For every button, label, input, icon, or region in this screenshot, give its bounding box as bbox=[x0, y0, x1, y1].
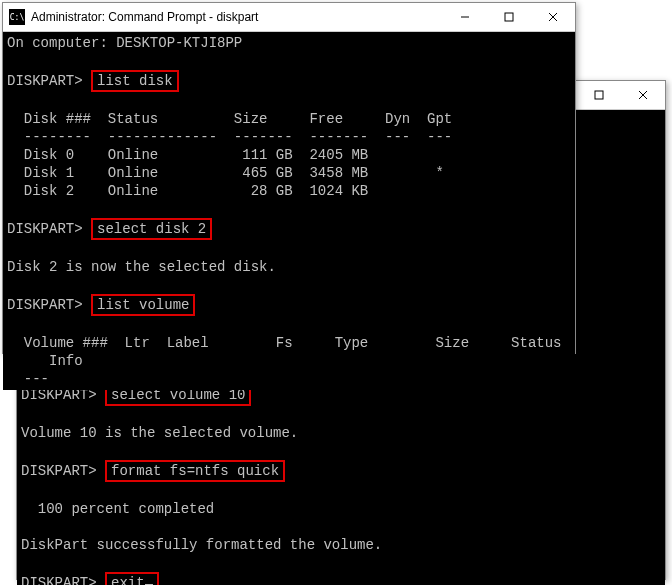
svg-rect-1 bbox=[595, 91, 603, 99]
prompt: DISKPART> bbox=[21, 575, 97, 585]
titlebar-front[interactable]: C:\ Administrator: Command Prompt - disk… bbox=[3, 3, 575, 32]
volume-selected-msg: Volume 10 is the selected volume. bbox=[21, 425, 298, 441]
volume-table-header: Volume ### Ltr Label Fs Type Size Status… bbox=[7, 335, 562, 369]
cmd-window-front: C:\ Administrator: Command Prompt - disk… bbox=[2, 2, 576, 354]
format-success-msg: DiskPart successfully formatted the volu… bbox=[21, 537, 382, 553]
command-exit: exit bbox=[105, 572, 159, 585]
table-row: Disk 0 Online 111 GB 2405 MB bbox=[7, 147, 368, 163]
maximize-button[interactable] bbox=[577, 81, 621, 109]
prompt: DISKPART> bbox=[7, 297, 83, 313]
window-title-front: Administrator: Command Prompt - diskpart bbox=[31, 10, 443, 24]
command-format: format fs=ntfs quick bbox=[105, 460, 285, 482]
prompt: DISKPART> bbox=[7, 221, 83, 237]
table-row: Disk 1 Online 465 GB 3458 MB * bbox=[7, 165, 444, 181]
computer-line: On computer: DESKTOP-KTJI8PP bbox=[7, 35, 242, 51]
format-progress: 100 percent completed bbox=[21, 501, 214, 517]
disk-table-sep: -------- ------------- ------- ------- -… bbox=[7, 129, 452, 145]
volume-table-sep: --- bbox=[7, 371, 49, 387]
cmd-icon: C:\ bbox=[9, 9, 25, 25]
prompt: DISKPART> bbox=[21, 463, 97, 479]
disk-selected-msg: Disk 2 is now the selected disk. bbox=[7, 259, 276, 275]
table-row: Disk 2 Online 28 GB 1024 KB bbox=[7, 183, 368, 199]
svg-rect-5 bbox=[505, 13, 513, 21]
close-button[interactable] bbox=[621, 81, 665, 109]
maximize-button[interactable] bbox=[487, 3, 531, 31]
disk-table-header: Disk ### Status Size Free Dyn Gpt bbox=[7, 111, 452, 127]
minimize-button[interactable] bbox=[443, 3, 487, 31]
window-controls-front bbox=[443, 3, 575, 31]
terminal-output-front[interactable]: On computer: DESKTOP-KTJI8PP DISKPART> l… bbox=[3, 32, 575, 390]
prompt: DISKPART> bbox=[7, 73, 83, 89]
close-button[interactable] bbox=[531, 3, 575, 31]
command-list-volume: list volume bbox=[91, 294, 195, 316]
command-select-disk: select disk 2 bbox=[91, 218, 212, 240]
command-list-disk: list disk bbox=[91, 70, 179, 92]
